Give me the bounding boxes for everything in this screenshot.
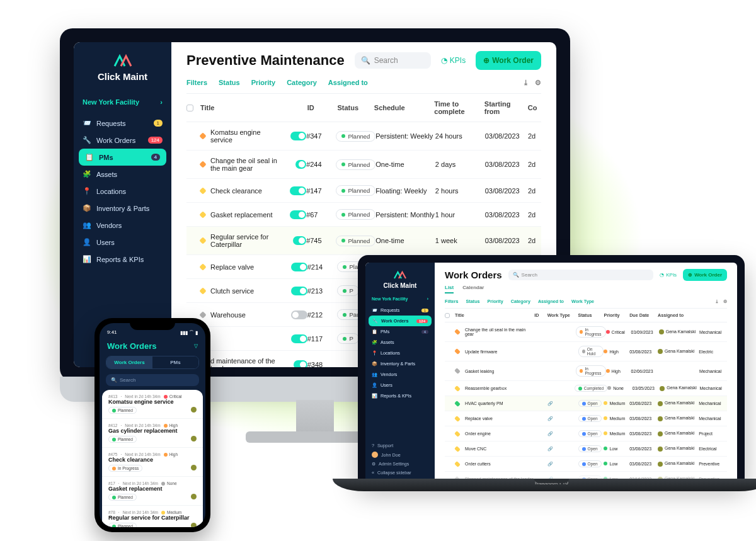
active-toggle[interactable]: ▷ [291, 263, 307, 271]
search-input[interactable]: 🔍 Search [106, 374, 199, 386]
sidebar-item-users[interactable]: 👤Users [365, 380, 435, 390]
list-item[interactable]: #475 · Next in 2d 14h 34mHighCheck clear… [102, 448, 203, 477]
table-row[interactable]: Reassemble gearboxCompletedNone03/05/202… [445, 381, 727, 396]
col-title[interactable]: Title [200, 104, 307, 111]
export-icon[interactable]: ⤓ [715, 299, 719, 304]
active-toggle[interactable]: ▷ [290, 210, 306, 219]
filter-status[interactable]: Status [466, 299, 480, 304]
new-work-order-button[interactable]: ⊕Work Order [683, 269, 727, 281]
kpis-button[interactable]: ◔KPIs [660, 272, 677, 278]
sidebar-item-pms[interactable]: 📋PMs4 [365, 326, 435, 337]
export-icon[interactable]: ⤓ [523, 79, 529, 87]
collapse-sidebar-button[interactable]: «Collapse sidebar [372, 470, 428, 476]
search-input[interactable]: 🔍 Search [355, 52, 431, 69]
table-row[interactable]: Update firmwareOn HoldHigh03/08/2023Gena… [445, 342, 727, 362]
active-toggle[interactable]: ▷ [291, 310, 307, 319]
sidebar-item-assets[interactable]: 🧩Assets [74, 166, 171, 183]
col-id[interactable]: ID [307, 104, 338, 111]
col-priority[interactable]: Priority [604, 312, 629, 318]
table-row[interactable]: Check clearance▷#147PlannedFloating: Wee… [186, 179, 541, 203]
table-row[interactable]: Regular service for Caterpillar▷#745Plan… [186, 227, 541, 255]
col-duedate[interactable]: Due Date [629, 312, 658, 318]
col-title[interactable]: Title [455, 312, 534, 318]
list-item[interactable]: #78 · Next in 2d 14h 34mMediumRegular se… [102, 506, 203, 527]
active-toggle[interactable]: ▷ [290, 132, 306, 140]
col-schedule[interactable]: Schedule [374, 104, 434, 111]
filter-filters[interactable]: Filters [445, 299, 459, 304]
col-status[interactable]: Status [337, 104, 374, 111]
sidebar-item-inventory-parts[interactable]: 📦Inventory & Parts [74, 200, 171, 217]
sidebar-item-vendors[interactable]: 👥Vendors [365, 369, 435, 380]
facility-selector[interactable]: New York Facility › [74, 93, 171, 111]
sidebar-item-vendors[interactable]: 👥Vendors [74, 217, 171, 234]
sidebar-item-inventory-parts[interactable]: 📦Inventory & Parts [365, 358, 435, 369]
table-row[interactable]: Move CNC🔗OpenLow03/08/2023Gena KamalskiE… [445, 441, 727, 457]
filter-work-type[interactable]: Work Type [571, 299, 594, 304]
search-input[interactable]: 🔍 Search [508, 270, 654, 280]
table-row[interactable]: Komatsu engine service▷#347PlannedPersis… [186, 122, 541, 151]
table-row[interactable]: Gasket leakingIn ProgressHigh02/06/2023M… [445, 362, 727, 381]
active-toggle[interactable]: ▷ [295, 160, 307, 169]
sidebar-item-locations[interactable]: 📍Locations [365, 348, 435, 358]
col-assigned[interactable]: Assigned to [658, 312, 699, 318]
table-row[interactable]: Change the oil seal in the main gearIn P… [445, 322, 727, 342]
list-item[interactable]: #17 · Next in 2d 14h 34mNoneGasket repla… [102, 477, 203, 506]
filter-priority[interactable]: Priority [488, 299, 503, 304]
select-all-checkbox[interactable] [445, 313, 450, 318]
select-all-checkbox[interactable] [186, 105, 193, 111]
filter-assigned-to[interactable]: Assigned to [328, 79, 368, 87]
current-user[interactable]: John Doe [372, 452, 428, 458]
worktype-link[interactable]: 🔗 [547, 416, 553, 421]
sidebar-item-requests[interactable]: 📨Requests1 [74, 115, 171, 132]
gear-icon[interactable]: ⚙ [723, 299, 727, 304]
worktype-link[interactable]: 🔗 [547, 401, 553, 406]
new-work-order-button[interactable]: ⊕ Work Order [476, 51, 541, 70]
tab-calendar[interactable]: Calendar [462, 285, 484, 293]
table-row[interactable]: Replace valve🔗OpenMedium03/08/2023Gena K… [445, 411, 727, 426]
filter-assigned-to[interactable]: Assigned to [538, 299, 564, 304]
col-co[interactable]: Co [528, 104, 541, 111]
table-row[interactable]: Change the oil seal in the main gear▷#24… [186, 151, 541, 179]
worktype-link[interactable]: 🔗 [547, 447, 553, 452]
list-item[interactable]: #412 · Next in 2d 14h 34mHighGas cylinde… [102, 419, 203, 448]
filter-status[interactable]: Status [219, 79, 240, 87]
sidebar-item-locations[interactable]: 📍Locations [74, 183, 171, 200]
work-order-list[interactable]: #413 · Next in 2d 14h 34mCriticalKomatsu… [102, 390, 203, 527]
filter-category[interactable]: Category [511, 299, 530, 304]
filter-priority[interactable]: Priority [251, 79, 276, 87]
sidebar-item-assets[interactable]: 🧩Assets [365, 337, 435, 348]
table-row[interactable]: Gasket replacement▷#67PlannedPersistent:… [186, 203, 541, 227]
col-id[interactable]: ID [534, 312, 547, 318]
active-toggle[interactable]: ▷ [291, 287, 307, 295]
table-row[interactable]: Order cutters🔗OpenLow03/08/2023Gena Kama… [445, 457, 727, 472]
support-link[interactable]: ?Support [372, 443, 428, 448]
list-item[interactable]: #413 · Next in 2d 14h 34mCriticalKomatsu… [102, 390, 203, 419]
tab-pms[interactable]: PMs [152, 356, 198, 368]
filter-icon[interactable]: ▽ [194, 343, 198, 349]
col-start[interactable]: Starting from [484, 100, 528, 115]
col-worktype[interactable]: Work Type [547, 312, 578, 318]
sidebar-item-work-orders[interactable]: 🔧Work Orders124 [74, 132, 171, 149]
sidebar-item-reports-kpis[interactable]: 📊Reports & KPIs [365, 390, 435, 401]
sidebar-item-work-orders[interactable]: 🔧Work Orders124 [369, 316, 432, 326]
table-row[interactable]: Order engine🔗OpenMedium03/08/2023Gena Ka… [445, 426, 727, 441]
tab-list[interactable]: List [445, 285, 454, 293]
filter-filters[interactable]: Filters [186, 79, 207, 87]
tab-work-orders[interactable]: Work Orders [106, 356, 152, 368]
admin-settings-link[interactable]: ⚙Admin Settings [372, 461, 428, 467]
kpis-button[interactable]: ◔ KPIs [441, 56, 466, 65]
gear-icon[interactable]: ⚙ [535, 79, 541, 87]
sidebar-item-requests[interactable]: 📨Requests1 [365, 305, 435, 316]
worktype-link[interactable]: 🔗 [547, 431, 553, 436]
col-status[interactable]: Status [578, 312, 604, 318]
sidebar-item-users[interactable]: 👤Users [74, 234, 171, 251]
col-ttc[interactable]: Time to complete [434, 100, 484, 115]
facility-selector[interactable]: New York Facility › [365, 294, 435, 304]
filter-category[interactable]: Category [287, 79, 317, 87]
active-toggle[interactable]: ▷ [294, 360, 307, 367]
sidebar-item-reports-kpis[interactable]: 📊Reports & KPIs [74, 251, 171, 268]
sidebar-item-pms[interactable]: 📋PMs4 [79, 149, 166, 166]
active-toggle[interactable]: ▷ [291, 334, 307, 343]
active-toggle[interactable]: ▷ [290, 186, 306, 195]
worktype-link[interactable]: 🔗 [547, 462, 553, 467]
